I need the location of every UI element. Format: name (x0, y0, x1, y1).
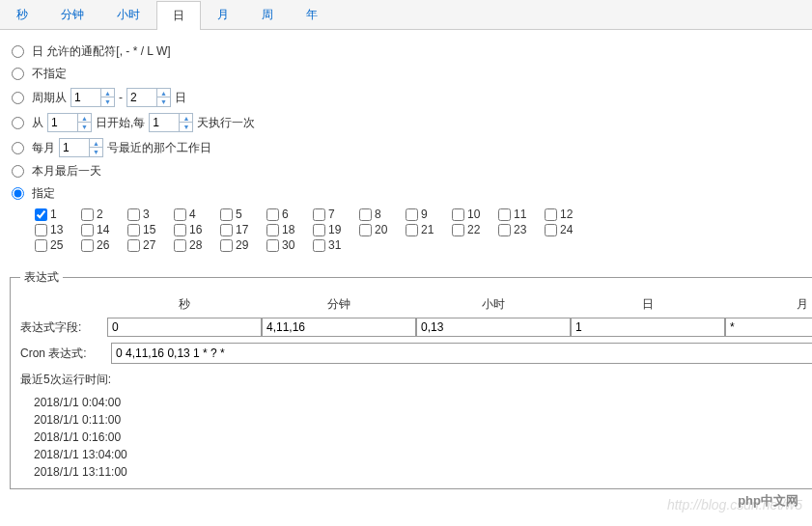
day-checkbox-19[interactable]: 19 (313, 223, 353, 236)
tab-分钟[interactable]: 分钟 (44, 0, 100, 29)
tab-日[interactable]: 日 (156, 1, 201, 30)
cycle-from-input[interactable] (71, 89, 100, 106)
day-check-23[interactable] (498, 224, 511, 236)
day-checkbox-24[interactable]: 24 (545, 223, 585, 236)
day-check-3[interactable] (127, 208, 140, 221)
chevron-up-icon[interactable]: ▲ (179, 114, 192, 123)
day-checkbox-5[interactable]: 5 (220, 208, 261, 221)
day-check-14[interactable] (81, 224, 94, 236)
day-check-7[interactable] (313, 208, 325, 221)
day-check-24[interactable] (545, 224, 557, 236)
day-check-2[interactable] (81, 208, 94, 221)
expr-field-0[interactable] (107, 318, 262, 337)
expr-field-3[interactable] (571, 318, 725, 337)
chevron-down-icon[interactable]: ▼ (89, 148, 102, 156)
day-checkbox-4[interactable]: 4 (174, 208, 214, 221)
day-checkbox-8[interactable]: 8 (359, 208, 400, 221)
tab-秒[interactable]: 秒 (0, 0, 44, 29)
radio-workday[interactable] (12, 142, 24, 154)
day-check-26[interactable] (81, 239, 94, 252)
day-checkbox-3[interactable]: 3 (127, 208, 168, 221)
day-check-18[interactable] (266, 224, 279, 236)
day-checkbox-12[interactable]: 12 (545, 208, 585, 221)
day-check-9[interactable] (406, 208, 418, 221)
workday-input[interactable] (60, 139, 89, 156)
cycle-to-input[interactable] (127, 89, 156, 106)
chevron-up-icon[interactable]: ▲ (156, 89, 170, 97)
day-checkbox-15[interactable]: 15 (127, 223, 168, 236)
day-checkbox-1[interactable]: 1 (35, 208, 75, 221)
tab-周[interactable]: 周 (245, 0, 290, 29)
tab-小时[interactable]: 小时 (100, 0, 156, 29)
day-check-28[interactable] (174, 239, 186, 252)
day-check-30[interactable] (266, 239, 279, 252)
radio-specify[interactable] (12, 187, 24, 200)
radio-wildcard[interactable] (12, 45, 24, 58)
every-start-input[interactable] (48, 114, 77, 131)
day-checkbox-30[interactable]: 30 (266, 238, 307, 252)
day-checkbox-9[interactable]: 9 (406, 208, 446, 221)
radio-unspecified[interactable] (12, 68, 24, 80)
day-check-5[interactable] (220, 208, 233, 221)
day-checkbox-10[interactable]: 10 (452, 208, 492, 221)
chevron-down-icon[interactable]: ▼ (179, 123, 192, 131)
day-check-15[interactable] (127, 224, 140, 236)
every-step-stepper[interactable]: ▲▼ (149, 113, 193, 132)
chevron-up-icon[interactable]: ▲ (77, 114, 91, 123)
day-check-25[interactable] (35, 239, 47, 252)
day-checkbox-20[interactable]: 20 (359, 223, 400, 236)
chevron-down-icon[interactable]: ▼ (77, 123, 91, 131)
day-check-11[interactable] (498, 208, 511, 221)
day-checkbox-17[interactable]: 17 (220, 223, 261, 236)
day-checkbox-21[interactable]: 21 (406, 223, 446, 236)
day-checkbox-23[interactable]: 23 (498, 223, 539, 236)
day-check-29[interactable] (220, 239, 233, 252)
day-checkbox-11[interactable]: 11 (498, 208, 539, 221)
day-check-27[interactable] (127, 239, 140, 252)
day-checkbox-25[interactable]: 25 (35, 238, 75, 252)
every-step-input[interactable] (150, 114, 179, 131)
day-checkbox-16[interactable]: 16 (174, 223, 214, 236)
cycle-from-stepper[interactable]: ▲▼ (70, 88, 115, 107)
day-checkbox-13[interactable]: 13 (35, 223, 75, 236)
tab-年[interactable]: 年 (290, 0, 334, 29)
day-checkbox-2[interactable]: 2 (81, 208, 122, 221)
day-check-17[interactable] (220, 224, 233, 236)
day-check-16[interactable] (174, 224, 186, 236)
chevron-down-icon[interactable]: ▼ (156, 97, 170, 106)
day-checkbox-28[interactable]: 28 (174, 238, 214, 252)
day-checkbox-31[interactable]: 31 (313, 238, 353, 252)
day-checkbox-7[interactable]: 7 (313, 208, 353, 221)
day-check-21[interactable] (406, 224, 418, 236)
expr-field-2[interactable] (416, 318, 571, 337)
radio-every[interactable] (12, 117, 24, 129)
day-check-8[interactable] (359, 208, 372, 221)
day-check-13[interactable] (35, 224, 47, 236)
day-check-4[interactable] (174, 208, 186, 221)
expr-field-4[interactable] (725, 318, 812, 337)
day-check-31[interactable] (313, 239, 325, 252)
chevron-up-icon[interactable]: ▲ (89, 139, 102, 148)
day-checkbox-27[interactable]: 27 (127, 238, 168, 252)
radio-lastday[interactable] (12, 165, 24, 178)
day-checkbox-22[interactable]: 22 (452, 223, 492, 236)
tab-月[interactable]: 月 (201, 0, 245, 29)
cycle-to-stepper[interactable]: ▲▼ (126, 88, 171, 107)
day-checkbox-29[interactable]: 29 (220, 238, 261, 252)
radio-cycle[interactable] (12, 92, 24, 104)
day-checkbox-6[interactable]: 6 (266, 208, 307, 221)
day-checkbox-14[interactable]: 14 (81, 223, 122, 236)
cron-input[interactable] (111, 343, 812, 364)
day-check-10[interactable] (452, 208, 464, 221)
workday-stepper[interactable]: ▲▼ (59, 138, 103, 157)
chevron-up-icon[interactable]: ▲ (100, 89, 114, 97)
day-check-6[interactable] (266, 208, 279, 221)
expr-field-1[interactable] (262, 318, 416, 337)
day-checkbox-18[interactable]: 18 (266, 223, 307, 236)
day-check-22[interactable] (452, 224, 464, 236)
chevron-down-icon[interactable]: ▼ (100, 97, 114, 106)
day-check-12[interactable] (545, 208, 557, 221)
day-check-19[interactable] (313, 224, 325, 236)
every-start-stepper[interactable]: ▲▼ (47, 113, 92, 132)
day-check-20[interactable] (359, 224, 372, 236)
